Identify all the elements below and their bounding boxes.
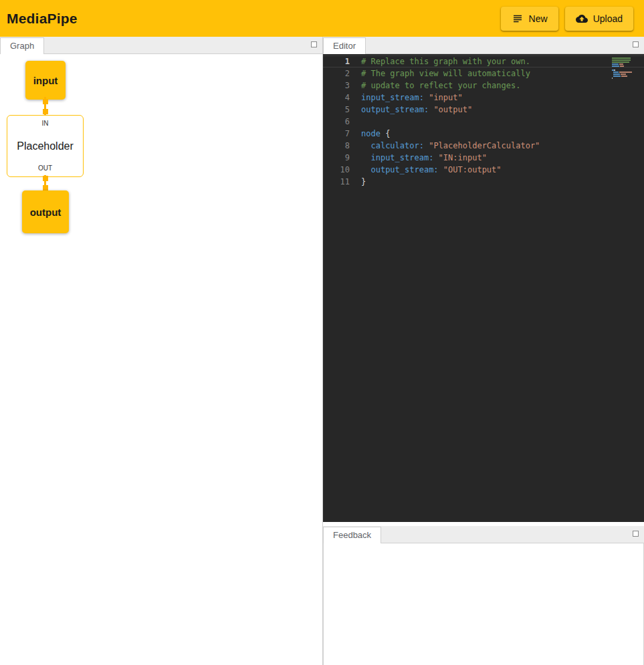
minimap-line	[612, 78, 637, 79]
line-content: calculator: "PlaceholderCalculator"	[361, 140, 540, 152]
graph-canvas[interactable]: input IN Placeholder OUT output	[0, 54, 322, 665]
upload-button[interactable]: Upload	[565, 7, 633, 31]
main-area: Graph input IN Placeholder OUT	[0, 37, 644, 665]
port-icon	[43, 99, 48, 104]
minimap-line	[612, 74, 637, 75]
minimap-line	[612, 72, 637, 73]
code-line[interactable]: 7node {	[323, 128, 644, 140]
placeholder-out-label: OUT	[38, 165, 52, 172]
feedback-body	[323, 543, 644, 665]
line-content: output_stream: "OUT:output"	[361, 164, 502, 176]
line-content: input_stream: "input"	[361, 92, 463, 104]
code-line[interactable]: 2# The graph view will automatically	[323, 68, 644, 80]
code-line[interactable]: 8 calculator: "PlaceholderCalculator"	[323, 140, 644, 152]
minimap-line	[612, 65, 637, 67]
header-actions: New Upload	[501, 7, 637, 31]
line-number: 9	[323, 152, 350, 164]
app-root: MediaPipe New Upload Graph	[0, 0, 644, 665]
editor-minimap[interactable]	[612, 57, 637, 80]
line-number: 1	[323, 55, 350, 68]
minimap-line	[612, 59, 637, 61]
feedback-popout-icon[interactable]	[633, 531, 639, 537]
line-content: # The graph view will automatically	[361, 68, 530, 80]
tab-graph[interactable]: Graph	[0, 37, 44, 54]
feedback-panel: Feedback	[323, 526, 644, 665]
minimap-line	[612, 61, 637, 63]
line-number: 4	[323, 92, 350, 104]
line-content: # Replace this graph with your own.	[361, 55, 530, 68]
code-line[interactable]: 9 input_stream: "IN:input"	[323, 152, 644, 164]
code-line[interactable]: 10 output_stream: "OUT:output"	[323, 164, 644, 176]
minimap-line	[612, 76, 637, 77]
port-icon	[43, 185, 48, 190]
line-number: 6	[323, 116, 350, 128]
code-line[interactable]: 5output_stream: "output"	[323, 104, 644, 116]
line-number: 5	[323, 104, 350, 116]
minimap-line	[612, 57, 637, 59]
right-column: Editor 1# Replace this graph with your o…	[323, 37, 644, 665]
port-icon	[43, 176, 48, 181]
new-button-label: New	[529, 13, 548, 24]
upload-button-label: Upload	[593, 13, 623, 24]
graph-popout-icon[interactable]	[311, 41, 317, 47]
code-line[interactable]: 11}	[323, 176, 644, 188]
port-icon	[43, 109, 48, 114]
line-content: output_stream: "output"	[361, 104, 472, 116]
editor-lines: 1# Replace this graph with your own.2# T…	[323, 54, 644, 188]
minimap-line	[612, 63, 637, 65]
line-number: 11	[323, 176, 350, 188]
new-button[interactable]: New	[501, 7, 558, 31]
placeholder-node-label: Placeholder	[17, 140, 74, 152]
app-title: MediaPipe	[7, 11, 78, 27]
code-line[interactable]: 4input_stream: "input"	[323, 92, 644, 104]
line-content: node {	[361, 128, 390, 140]
graph-tab-bar: Graph	[0, 37, 322, 54]
code-editor[interactable]: 1# Replace this graph with your own.2# T…	[323, 54, 644, 522]
minimap-line	[612, 68, 637, 69]
feedback-tab-bar: Feedback	[323, 526, 644, 543]
line-number: 8	[323, 140, 350, 152]
graph-node-input[interactable]: input	[25, 61, 66, 100]
editor-tab-bar: Editor	[323, 37, 644, 54]
graph-node-placeholder[interactable]: IN Placeholder OUT	[7, 115, 84, 177]
placeholder-in-label: IN	[42, 120, 49, 127]
graph-panel: Graph input IN Placeholder OUT	[0, 37, 323, 665]
code-line[interactable]: 3# update to reflect your changes.	[323, 80, 644, 92]
tab-feedback[interactable]: Feedback	[323, 527, 381, 543]
graph-node-output[interactable]: output	[22, 190, 69, 233]
line-content: }	[361, 176, 366, 188]
tab-editor[interactable]: Editor	[323, 37, 366, 54]
line-number: 3	[323, 80, 350, 92]
app-header: MediaPipe New Upload	[0, 0, 644, 37]
line-content: # update to reflect your changes.	[361, 80, 520, 92]
editor-panel: Editor 1# Replace this graph with your o…	[323, 37, 644, 522]
menu-icon	[512, 13, 524, 25]
graph-node-input-label: input	[33, 75, 58, 86]
editor-popout-icon[interactable]	[633, 41, 639, 47]
line-number: 2	[323, 68, 350, 80]
cloud-upload-icon	[576, 13, 588, 25]
line-number: 7	[323, 128, 350, 140]
minimap-line	[612, 70, 637, 71]
graph-node-output-label: output	[30, 207, 62, 218]
line-number: 10	[323, 164, 350, 176]
code-line[interactable]: 6	[323, 116, 644, 128]
line-content: input_stream: "IN:input"	[361, 152, 487, 164]
code-line[interactable]: 1# Replace this graph with your own.	[323, 55, 644, 68]
